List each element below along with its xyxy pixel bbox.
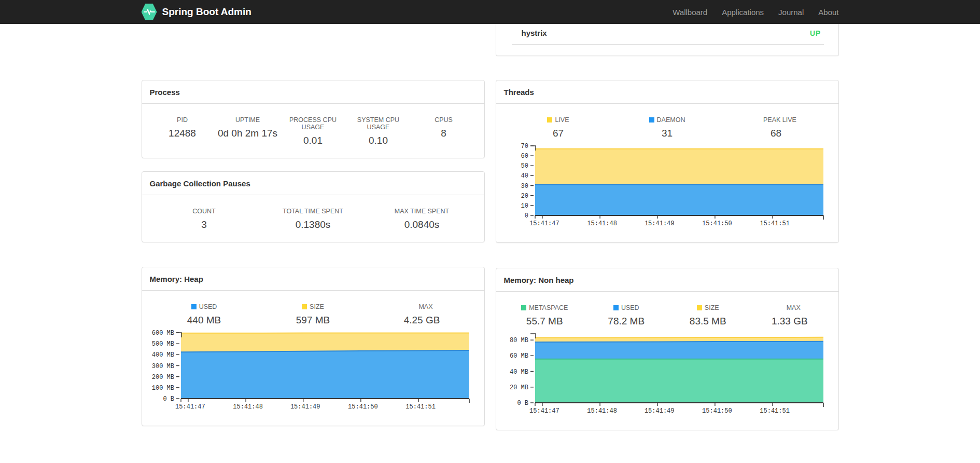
memory-heap-panel-title: Memory: Heap [142, 267, 484, 291]
process-panel: Process PID 12488 UPTIME 0d 0h 2m 17s PR… [142, 80, 485, 158]
svg-text:30: 30 [521, 183, 528, 190]
nav-item-journal[interactable]: Journal [771, 8, 811, 17]
metric-heap-size: SIZE 597 MB [259, 303, 368, 326]
nonheap-metrics: METASPACE 55.7 MB USED 78.2 MB [504, 292, 831, 327]
metric-gc-total-time: TOTAL TIME SPENT 0.1380s [259, 208, 368, 230]
svg-text:15:41:48: 15:41:48 [587, 220, 617, 227]
status-badge: UP [810, 29, 820, 37]
process-panel-title: Process [142, 80, 484, 104]
threads-panel-title: Threads [496, 80, 838, 104]
gc-panel: Garbage Collection Pauses COUNT 3 TOTAL … [142, 171, 485, 242]
heap-metrics: USED 440 MB SIZE 597 MB [150, 291, 477, 326]
svg-text:200 MB: 200 MB [151, 374, 174, 381]
details-page: Process PID 12488 UPTIME 0d 0h 2m 17s PR… [142, 24, 839, 430]
svg-text:15:41:48: 15:41:48 [587, 407, 617, 415]
memory-heap-panel: Memory: Heap USED 440 MB [142, 267, 485, 426]
metric-nonheap-metaspace: METASPACE 55.7 MB [504, 304, 586, 327]
svg-text:60: 60 [521, 153, 528, 160]
health-indicator-name: hystrix [522, 29, 547, 37]
memory-nonheap-chart: 0 B20 MB40 MB60 MB80 MB15:41:4715:41:481… [504, 331, 831, 418]
svg-text:15:41:51: 15:41:51 [405, 403, 436, 411]
threads-daemon-legend-icon [649, 117, 654, 122]
svg-text:15:41:50: 15:41:50 [702, 220, 732, 227]
svg-text:50: 50 [521, 162, 528, 170]
metric-gc-count: COUNT 3 [150, 208, 259, 230]
metric-heap-used: USED 440 MB [150, 303, 259, 326]
svg-text:600 MB: 600 MB [151, 330, 174, 337]
svg-text:15:41:48: 15:41:48 [233, 403, 263, 411]
gc-panel-title: Garbage Collection Pauses [142, 172, 484, 195]
svg-text:300 MB: 300 MB [151, 363, 174, 370]
svg-text:15:41:47: 15:41:47 [529, 220, 559, 227]
svg-text:15:41:49: 15:41:49 [290, 403, 320, 411]
svg-text:0 B: 0 B [517, 400, 528, 407]
heap-used-legend-icon [191, 304, 197, 309]
svg-text:15:41:50: 15:41:50 [702, 407, 732, 415]
threads-metrics: LIVE 67 DAEMON 31 [504, 104, 831, 139]
metric-nonheap-size: SIZE 83.5 MB [667, 304, 749, 327]
svg-text:20 MB: 20 MB [509, 384, 528, 391]
brand-link[interactable]: Spring Boot Admin [142, 4, 251, 20]
left-column: Process PID 12488 UPTIME 0d 0h 2m 17s PR… [142, 24, 485, 426]
svg-text:40 MB: 40 MB [509, 369, 528, 376]
nonheap-size-legend-icon [697, 305, 702, 310]
nav-item-wallboard[interactable]: Wallboard [665, 8, 715, 17]
metric-cpus: CPUS 8 [411, 116, 477, 146]
svg-text:10: 10 [521, 202, 528, 210]
svg-text:400 MB: 400 MB [151, 351, 174, 359]
metric-nonheap-max: MAX 1.33 GB [749, 304, 831, 327]
metric-threads-daemon: DAEMON 31 [613, 116, 722, 139]
nav-item-about[interactable]: About [811, 8, 838, 17]
nonheap-metaspace-legend-icon [521, 305, 526, 310]
threads-panel: Threads LIVE 67 [496, 80, 839, 243]
nonheap-used-legend-icon [613, 305, 619, 310]
right-column: hystrix UP Threads LIVE 67 [496, 24, 839, 430]
threads-chart: 01020304050607015:41:4715:41:4815:41:491… [504, 143, 831, 231]
svg-text:0: 0 [524, 212, 528, 220]
gc-metrics: COUNT 3 TOTAL TIME SPENT 0.1380s MAX TIM… [150, 195, 477, 230]
memory-nonheap-panel: Memory: Non heap METASPACE 55.7 MB [496, 268, 839, 430]
health-card-cropped: hystrix UP [496, 24, 839, 56]
metric-pid: PID 12488 [150, 116, 215, 146]
metric-uptime: UPTIME 0d 0h 2m 17s [215, 116, 281, 146]
memory-heap-chart: 0 B100 MB200 MB300 MB400 MB500 MB600 MB1… [150, 330, 477, 414]
brand-title: Spring Boot Admin [162, 6, 251, 18]
navbar: Spring Boot Admin Wallboard Applications… [0, 0, 980, 24]
svg-text:60 MB: 60 MB [509, 352, 528, 360]
svg-text:15:41:47: 15:41:47 [175, 403, 205, 411]
metric-threads-peak-live: PEAK LIVE 68 [722, 116, 831, 139]
metric-gc-max-time: MAX TIME SPENT 0.0840s [368, 208, 477, 230]
svg-text:20: 20 [521, 193, 528, 200]
metric-process-cpu: PROCESS CPU USAGE 0.01 [281, 116, 346, 146]
svg-text:500 MB: 500 MB [151, 341, 174, 348]
metric-system-cpu: SYSTEM CPU USAGE 0.10 [346, 116, 411, 146]
svg-text:15:41:51: 15:41:51 [760, 407, 790, 415]
heap-size-legend-icon [302, 304, 307, 309]
svg-text:100 MB: 100 MB [151, 385, 174, 392]
svg-text:15:41:47: 15:41:47 [529, 407, 559, 415]
threads-live-legend-icon [547, 117, 552, 122]
svg-text:15:41:51: 15:41:51 [760, 220, 790, 227]
svg-text:15:41:49: 15:41:49 [644, 407, 674, 415]
svg-text:70: 70 [521, 143, 528, 150]
svg-text:40: 40 [521, 172, 528, 180]
memory-nonheap-panel-title: Memory: Non heap [496, 268, 838, 292]
metric-threads-live: LIVE 67 [504, 116, 613, 139]
svg-text:80 MB: 80 MB [509, 337, 528, 344]
metric-nonheap-used: USED 78.2 MB [585, 304, 667, 327]
main-nav: Wallboard Applications Journal About [665, 8, 838, 17]
nav-item-applications[interactable]: Applications [715, 8, 771, 17]
svg-text:15:41:50: 15:41:50 [348, 403, 378, 411]
metric-heap-max: MAX 4.25 GB [368, 303, 477, 326]
svg-text:0 B: 0 B [163, 396, 174, 403]
pulse-logo-icon [142, 4, 157, 20]
svg-text:15:41:49: 15:41:49 [644, 220, 674, 227]
health-row-hystrix: hystrix UP [512, 24, 824, 45]
process-metrics: PID 12488 UPTIME 0d 0h 2m 17s PROCESS CP… [150, 104, 477, 146]
